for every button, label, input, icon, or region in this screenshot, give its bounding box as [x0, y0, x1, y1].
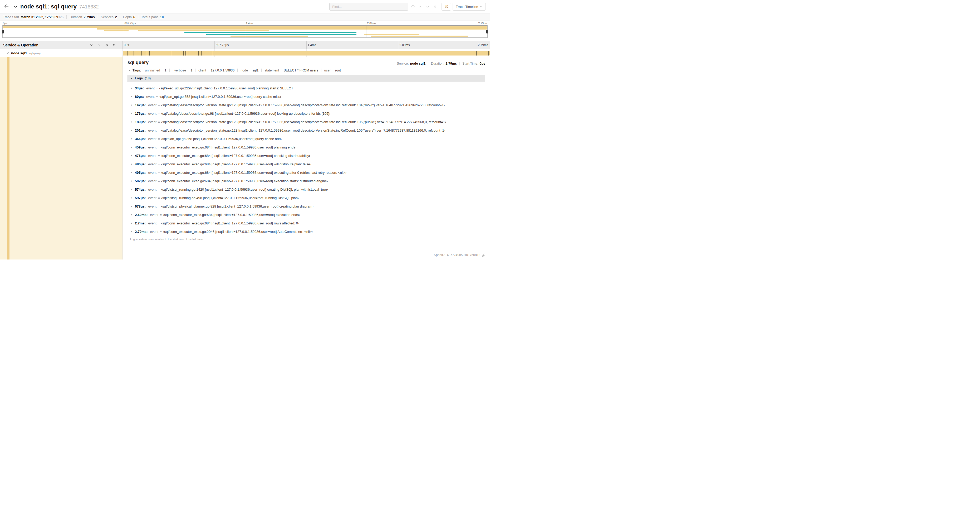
expand-one-chevron-right-icon[interactable]	[97, 43, 101, 47]
minimap-gridline	[124, 26, 124, 37]
equals-sign: =	[280, 69, 282, 72]
log-row[interactable]: 574μs:event=‹sql/distsql_running.go:1420…	[130, 185, 485, 193]
timeline-ruler: 0μs 697.75μs 1.4ms 2.09ms 2.79ms	[123, 41, 490, 49]
log-row[interactable]: 597μs:event=‹sql/distsql_running.go:498 …	[130, 193, 485, 202]
minimap-left-handle[interactable]	[3, 26, 3, 37]
log-row[interactable]: 34μs:event=‹sql/exec_util.go:2297 [nsql1…	[130, 84, 485, 92]
log-row[interactable]: 2.7ms:event=‹sql/conn_executor_exec.go:6…	[130, 219, 485, 227]
chevron-right-icon	[130, 87, 132, 89]
log-field-value: ‹sql/conn_executor_exec.go:684 [nsql1,cl…	[161, 171, 347, 174]
next-match-chevron-down-icon[interactable]	[425, 3, 431, 10]
log-summary: event=‹sql/conn_executor_exec.go:684 [ns…	[148, 179, 328, 183]
log-field-value: ‹sql/conn_executor_exec.go:684 [nsql1,cl…	[161, 145, 296, 149]
log-field-value: ‹sql/conn_executor_exec.go:684 [nsql1,cl…	[161, 154, 310, 158]
chevron-right-icon	[130, 230, 132, 233]
log-row[interactable]: 486μs:event=‹sql/conn_executor_exec.go:6…	[130, 160, 485, 168]
minimap-gridline	[245, 26, 245, 37]
logs-note: Log timestamps are relative to the start…	[127, 236, 485, 244]
log-row[interactable]: 476μs:event=‹sql/conn_executor_exec.go:6…	[130, 152, 485, 160]
log-field-key: event	[148, 221, 156, 225]
log-row[interactable]: 176μs:event=‹sql/catalog/descs/descripto…	[130, 109, 485, 118]
trace-header-chevron-down-icon[interactable]	[13, 5, 18, 9]
ruler-tick-label: 2.09ms	[399, 43, 410, 47]
log-timestamp: 678μs:	[135, 204, 146, 208]
handle-grip	[2, 30, 4, 34]
minimap-tick-label: 2.79ms	[479, 22, 487, 25]
header-controls: ⌘ Trace Timeline	[329, 3, 486, 11]
log-field-value: ‹sql/distsql_running.go:1420 [nsql1,clie…	[161, 187, 328, 192]
link-icon[interactable]	[482, 254, 485, 257]
minimap-ruler: 0μs 697.75μs 1.4ms 2.09ms 2.79ms	[2, 21, 488, 25]
chevron-right-icon	[130, 96, 132, 98]
log-row[interactable]: 201μs:event=‹sql/catalog/lease/descripto…	[130, 126, 485, 134]
minimap-right-handle[interactable]	[487, 26, 487, 37]
meta-start-time: Start Time: 0μs	[460, 62, 485, 65]
log-marker	[201, 51, 202, 55]
span-row[interactable]: node sql1 sql query	[0, 50, 490, 57]
tags-accordion[interactable]: Tags: _unfinished=1_verbose=1client=127.…	[127, 66, 485, 75]
minimap-canvas[interactable]	[2, 25, 488, 38]
trace-view-dropdown[interactable]: Trace Timeline	[453, 3, 486, 11]
command-key-icon: ⌘	[444, 4, 449, 9]
log-row[interactable]: 80μs:event=‹sql/plan_opt.go:358 [nsql1,c…	[130, 92, 485, 101]
prev-match-chevron-up-icon[interactable]	[417, 3, 423, 10]
chevron-right-icon	[130, 155, 132, 157]
tag-value: sql1	[252, 69, 258, 72]
find-input[interactable]	[329, 3, 408, 11]
log-summary: event=‹sql/conn_executor_exec.go:684 [ns…	[148, 154, 310, 158]
collapse-all-double-chevron-down-icon[interactable]	[105, 43, 108, 47]
log-marker	[183, 51, 184, 55]
span-operation-name: sql query	[29, 52, 41, 55]
log-marker	[134, 51, 134, 55]
log-summary: event=‹sql/conn_executor_exec.go:684 [ns…	[148, 221, 299, 225]
minimap-span-bar	[371, 35, 468, 37]
log-field-value: ‹sql/conn_executor_exec.go:684 [nsql1,cl…	[163, 213, 300, 217]
minimap-tick-label: 1.4ms	[246, 22, 253, 25]
span-expander-chevron-down-icon[interactable]	[6, 52, 9, 54]
log-summary: event=‹sql/plan_opt.go:358 [nsql1,client…	[148, 137, 282, 141]
log-row[interactable]: 495μs:event=‹sql/conn_executor_exec.go:6…	[130, 168, 485, 177]
chevron-down-icon	[130, 77, 133, 80]
equals-sign: =	[158, 145, 160, 149]
logs-accordion-header[interactable]: Logs (18)	[127, 75, 485, 82]
equals-sign: =	[208, 69, 210, 72]
log-row[interactable]: 366μs:event=‹sql/plan_opt.go:358 [nsql1,…	[130, 134, 485, 143]
page-title: node sql1: sql query 7418682	[20, 3, 99, 10]
handle-grip	[486, 30, 488, 34]
chevron-right-icon	[130, 171, 132, 174]
keyboard-shortcuts-button[interactable]: ⌘	[442, 3, 451, 11]
locate-icon[interactable]	[410, 3, 416, 10]
log-row[interactable]: 678μs:event=‹sql/distsql_physical_planne…	[130, 202, 485, 211]
log-field-key: event	[148, 128, 156, 133]
chevron-right-icon	[130, 129, 132, 132]
log-row[interactable]: 502μs:event=‹sql/conn_executor_exec.go:6…	[130, 177, 485, 185]
services-item: Services 2	[98, 15, 117, 19]
span-bar[interactable]	[123, 51, 490, 55]
log-row[interactable]: 189μs:event=‹sql/catalog/lease/descripto…	[130, 118, 485, 126]
clear-find-icon[interactable]	[432, 3, 438, 10]
log-field-value: ‹sql/catalog/descs/descriptor.go:98 [nsq…	[161, 112, 330, 115]
log-row[interactable]: 142μs:event=‹sql/catalog/lease/descripto…	[130, 101, 485, 109]
equals-sign: =	[158, 196, 160, 200]
tag-item: _verbose=1	[169, 69, 192, 72]
log-summary: event=‹sql/conn_executor_exec.go:684 [ns…	[148, 162, 311, 166]
collapse-one-chevron-down-icon[interactable]	[90, 43, 93, 47]
equals-sign: =	[158, 103, 160, 107]
back-button[interactable]	[3, 2, 10, 11]
log-timestamp: 574μs:	[135, 187, 146, 192]
log-row[interactable]: 2.69ms:event=‹sql/conn_executor_exec.go:…	[130, 211, 485, 219]
equals-sign: =	[158, 171, 160, 174]
meta-service: Service: node sql1	[397, 62, 425, 65]
trace-id: 7418682	[79, 4, 99, 10]
log-row[interactable]: 459μs:event=‹sql/conn_executor_exec.go:6…	[130, 143, 485, 152]
log-timestamp: 459μs:	[135, 145, 146, 149]
tag-item: user=root	[321, 69, 341, 72]
log-marker	[198, 51, 199, 55]
expand-all-double-chevron-right-icon[interactable]	[113, 43, 116, 47]
minimap-span-bar	[185, 32, 356, 33]
log-row[interactable]: 2.79ms:event=‹sql/conn_executor_exec.go:…	[130, 227, 485, 236]
equals-sign: =	[160, 213, 162, 217]
chevron-down-icon	[480, 5, 483, 9]
equals-sign: =	[158, 187, 160, 192]
span-name-cell[interactable]: node sql1 sql query	[0, 50, 123, 57]
